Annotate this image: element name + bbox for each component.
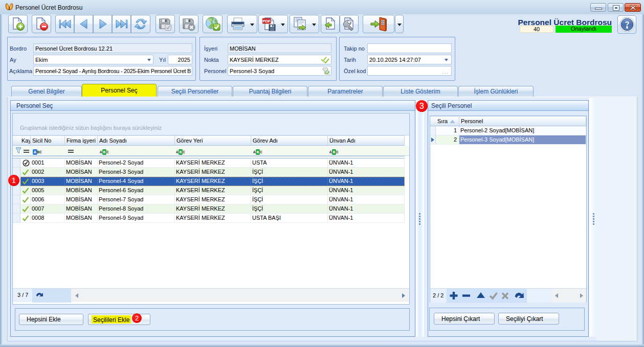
svg-text:PDF: PDF (262, 19, 271, 24)
